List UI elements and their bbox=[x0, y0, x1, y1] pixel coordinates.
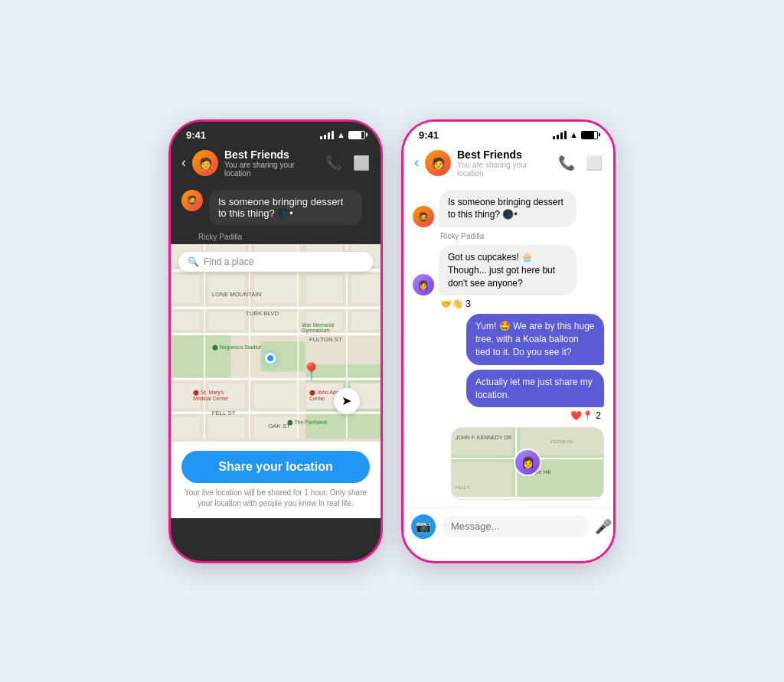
left-phone: 9:41 ▲ ‹ 🧑 Best Friends bbox=[168, 119, 383, 563]
avatar-image: 🧑 bbox=[425, 150, 451, 176]
received-bubble: Got us cupcakes! 🧁 Though... just got he… bbox=[439, 245, 577, 295]
avatar-image: 🧑 bbox=[192, 150, 218, 176]
message-text: Is someone bringing dessert to this thin… bbox=[448, 197, 564, 220]
signal-icon bbox=[553, 131, 567, 139]
microphone-icon[interactable]: 🎤 bbox=[595, 518, 612, 535]
search-placeholder: Find a place bbox=[204, 256, 253, 267]
battery-icon bbox=[581, 131, 598, 139]
live-location-info: Live location Lydie Rosales is sharing bbox=[452, 497, 603, 499]
nav-actions: 📞 ⬜ bbox=[325, 155, 370, 171]
back-button[interactable]: ‹ bbox=[181, 155, 186, 171]
share-disclaimer: Your live location will be shared for 1 … bbox=[181, 488, 370, 509]
svg-rect-15 bbox=[208, 312, 246, 330]
svg-text:LONE MOUNTAIN: LONE MOUNTAIN bbox=[212, 291, 262, 298]
svg-rect-11 bbox=[253, 274, 299, 304]
chat-area: 🧔 Is someone bringing dessert to this th… bbox=[403, 182, 613, 545]
nav-info: Best Friends You are sharing your locati… bbox=[457, 148, 552, 178]
battery-icon bbox=[348, 131, 365, 139]
svg-rect-14 bbox=[171, 312, 201, 330]
svg-rect-13 bbox=[351, 274, 381, 304]
right-time: 9:41 bbox=[419, 129, 439, 141]
message-text: Actually let me just share my location. bbox=[475, 377, 593, 400]
chat-subtitle: You are sharing your location bbox=[224, 161, 319, 178]
dark-message-area: 🧔 Is someone bringing dessert to this th… bbox=[171, 182, 381, 231]
svg-text:OAK ST: OAK ST bbox=[268, 422, 290, 429]
svg-rect-25 bbox=[208, 416, 246, 439]
video-icon[interactable]: ⬜ bbox=[586, 155, 603, 171]
svg-rect-21 bbox=[253, 383, 299, 409]
avatar: 🧑 bbox=[192, 150, 218, 176]
input-actions: 🎤 🖼️ 😊 bbox=[595, 518, 616, 535]
sent-reaction-row: ❤️📍 2 bbox=[413, 410, 604, 421]
video-icon[interactable]: ⬜ bbox=[353, 155, 370, 171]
search-icon: 🔍 bbox=[188, 256, 199, 267]
left-nav-bar: ‹ 🧑 Best Friends You are sharing your lo… bbox=[171, 144, 381, 182]
svg-text:FELL T: FELL T bbox=[456, 485, 471, 490]
svg-rect-12 bbox=[305, 274, 343, 304]
nav-info: Best Friends You are sharing your locati… bbox=[224, 148, 319, 178]
map-pin-icon: 📍 bbox=[301, 362, 322, 382]
chat-title: Best Friends bbox=[224, 148, 319, 161]
live-location-card: JOHN F. KENNEDY DR hippie Hill KEZAR DR … bbox=[451, 427, 604, 499]
wifi-icon: ▲ bbox=[337, 130, 345, 139]
svg-text:⬤ Negoesco Stadiur: ⬤ Negoesco Stadiur bbox=[212, 344, 262, 350]
reaction-text: 🤝👋 3 bbox=[440, 299, 471, 309]
svg-text:Gymnasium: Gymnasium bbox=[302, 328, 330, 334]
call-icon[interactable]: 📞 bbox=[325, 155, 342, 171]
left-status-bar: 9:41 ▲ bbox=[171, 122, 381, 144]
navigation-arrow-button[interactable]: ➤ bbox=[334, 388, 360, 414]
share-location-button[interactable]: Share your location bbox=[181, 451, 370, 483]
sender-label: Ricky Padilla bbox=[413, 232, 604, 240]
avatar: 🧑 bbox=[425, 150, 451, 176]
svg-text:TURK BLVD: TURK BLVD bbox=[246, 309, 279, 316]
svg-rect-1 bbox=[171, 334, 230, 379]
svg-rect-24 bbox=[171, 416, 201, 439]
location-avatar: 👩 bbox=[514, 449, 541, 476]
reaction-text: ❤️📍 2 bbox=[570, 410, 601, 421]
phones-container: 9:41 ▲ ‹ 🧑 Best Friends bbox=[168, 119, 616, 563]
reaction-row: 🤝👋 3 bbox=[413, 299, 604, 309]
left-time: 9:41 bbox=[186, 129, 206, 141]
user-location-dot bbox=[265, 353, 276, 364]
svg-text:FELL ST: FELL ST bbox=[212, 410, 236, 416]
signal-icon bbox=[320, 131, 334, 139]
message-text: Got us cupcakes! 🧁 Though... just got he… bbox=[448, 252, 555, 289]
sender-name: Ricky Padilla bbox=[171, 233, 381, 244]
svg-text:FULTON ST: FULTON ST bbox=[309, 336, 342, 343]
share-bottom-area: Share your location Your live location w… bbox=[171, 442, 381, 518]
svg-text:JOHN F. KENNEDY DR: JOHN F. KENNEDY DR bbox=[456, 436, 511, 441]
right-nav-bar: ‹ 🧑 Best Friends You are sharing your lo… bbox=[403, 144, 613, 182]
svg-rect-9 bbox=[171, 274, 201, 304]
sent-bubble: Yum! 🤩 We are by this huge tree, with a … bbox=[466, 314, 604, 364]
svg-text:⬤ St. Mary's: ⬤ St. Mary's bbox=[193, 389, 224, 395]
camera-button[interactable]: 📷 bbox=[411, 514, 436, 539]
map-search-bar[interactable]: 🔍 Find a place bbox=[178, 252, 373, 272]
left-status-icons: ▲ bbox=[320, 130, 365, 139]
call-icon[interactable]: 📞 bbox=[558, 155, 575, 171]
right-status-icons: ▲ bbox=[553, 130, 598, 139]
back-button[interactable]: ‹ bbox=[414, 155, 419, 171]
svg-rect-18 bbox=[351, 312, 381, 330]
right-status-bar: 9:41 ▲ bbox=[403, 122, 613, 144]
map-area: LONE MOUNTAIN Raoul Wallenberg High Scho… bbox=[171, 244, 381, 442]
messages-list: 🧔 Is someone bringing dessert to this th… bbox=[403, 182, 613, 507]
svg-rect-52 bbox=[452, 429, 512, 455]
svg-rect-10 bbox=[208, 274, 246, 304]
message-text: Yum! 🤩 We are by this huge tree, with a … bbox=[475, 321, 595, 357]
svg-text:KEZAR DR: KEZAR DR bbox=[550, 440, 574, 445]
svg-rect-54 bbox=[452, 462, 512, 497]
chat-title: Best Friends bbox=[457, 148, 552, 161]
message-row: 🧔 Is someone bringing dessert to this th… bbox=[413, 190, 577, 228]
message-input-bar: 📷 🎤 🖼️ 😊 bbox=[403, 507, 613, 545]
sender-avatar: 👩 bbox=[413, 274, 434, 295]
message-row: Actually let me just share my location. bbox=[466, 370, 604, 408]
message-row: 👩 Got us cupcakes! 🧁 Though... just got … bbox=[413, 245, 577, 295]
wifi-icon: ▲ bbox=[570, 130, 578, 139]
svg-text:Medical Center: Medical Center bbox=[193, 395, 229, 400]
message-input[interactable] bbox=[442, 515, 589, 537]
chat-subtitle: You are sharing your location bbox=[457, 161, 552, 178]
received-bubble: Is someone bringing dessert to this thin… bbox=[209, 190, 362, 225]
svg-text:Center: Center bbox=[309, 395, 325, 400]
live-location-map: JOHN F. KENNEDY DR hippie Hill KEZAR DR … bbox=[452, 428, 603, 497]
right-phone: 9:41 ▲ ‹ 🧑 Best Friends bbox=[401, 119, 616, 563]
